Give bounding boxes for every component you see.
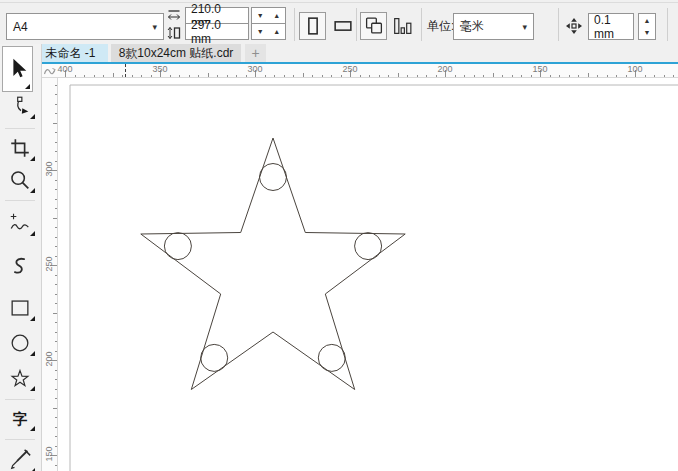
page-width-spinner[interactable]: ▼ ▲ — [251, 7, 286, 24]
point-circle[interactable] — [201, 344, 228, 371]
units-value: 毫米 — [460, 18, 484, 35]
page-width-icon — [167, 8, 181, 22]
ruler-label: 200 — [433, 64, 457, 74]
page-height-icon — [167, 26, 181, 40]
tool-rectangle[interactable] — [3, 293, 37, 323]
same-page-size-button[interactable] — [360, 12, 387, 40]
shape-icon — [8, 94, 32, 118]
units-label: 单位: — [427, 13, 454, 40]
canvas[interactable] — [58, 78, 678, 471]
ruler-label: 250 — [44, 252, 54, 276]
separator — [5, 200, 35, 201]
separator — [5, 128, 35, 129]
tool-pick[interactable] — [2, 46, 33, 92]
crop-icon — [8, 136, 32, 160]
tool-freehand[interactable] — [3, 208, 37, 238]
separator — [667, 8, 668, 41]
nudge-distance-field[interactable]: 0.1 mm — [588, 13, 634, 40]
page-height-value: 297.0 mm — [191, 18, 243, 46]
flyout-indicator — [30, 231, 35, 236]
point-circle[interactable] — [355, 233, 382, 260]
tool-ellipse[interactable] — [3, 328, 37, 358]
chevron-down-icon: ▾ — [522, 22, 527, 32]
spin-down-icon[interactable]: ▼ — [257, 28, 264, 35]
zoom-icon — [8, 168, 32, 192]
portrait-icon — [301, 14, 325, 38]
ruler-label: 100 — [623, 64, 647, 74]
spin-up-icon[interactable]: ▲ — [273, 12, 280, 19]
flyout-indicator — [30, 386, 35, 391]
separator — [356, 8, 357, 41]
flyout-indicator — [30, 351, 35, 356]
ruler-label: 300 — [243, 64, 267, 74]
landscape-icon — [331, 14, 355, 38]
separator — [5, 399, 35, 400]
tool-zoom[interactable] — [3, 165, 37, 195]
ellipse-icon — [8, 331, 32, 355]
rectangle-icon — [8, 296, 32, 320]
ruler-label: 150 — [44, 442, 54, 466]
tool-text[interactable]: 字 — [3, 403, 37, 433]
text-icon: 字 — [8, 406, 32, 430]
separator — [294, 8, 295, 41]
ruler-label: 150 — [528, 64, 552, 74]
separator — [421, 8, 422, 41]
svg-text:字: 字 — [13, 411, 28, 427]
nudge-distance-value: 0.1 mm — [594, 13, 628, 41]
point-circle[interactable] — [318, 344, 345, 371]
page-height-spinner[interactable]: ▼ ▲ — [251, 23, 286, 40]
flyout-indicator — [30, 426, 35, 431]
coreldraw-window: A4 ▾ 210.0 mm 297.0 mm ▼ ▲ ▼ ▲ 单位: 毫米 ▾ — [0, 0, 678, 471]
tab-sticker-file[interactable]: 8款10x24cm 贴纸.cdr — [111, 44, 241, 62]
freehand-icon — [8, 211, 32, 235]
separator — [558, 8, 559, 41]
horizontal-ruler[interactable]: 400350300250200150100 — [58, 64, 678, 78]
toolbox: 字 — [0, 44, 42, 471]
flyout-indicator — [30, 316, 35, 321]
tool-artistic-media[interactable] — [3, 252, 37, 282]
spin-up-icon[interactable]: ▲ — [273, 28, 280, 35]
spin-up-icon[interactable]: ▲ — [644, 17, 651, 24]
ruler-label: 200 — [44, 347, 54, 371]
tool-eyedropper[interactable] — [3, 445, 37, 471]
polygon-star-icon — [8, 366, 32, 390]
star-shape[interactable] — [141, 138, 405, 390]
pick-icon — [6, 57, 30, 81]
separator — [5, 439, 35, 440]
artistic-media-icon — [8, 255, 32, 279]
tool-polygon-star[interactable] — [3, 363, 37, 393]
spin-down-icon[interactable]: ▼ — [257, 12, 264, 19]
separator — [0, 2, 678, 3]
tool-crop[interactable] — [3, 133, 37, 163]
point-circle[interactable] — [260, 164, 287, 191]
ruler-label: 400 — [53, 64, 77, 74]
overlapping-pages-icon — [362, 14, 386, 38]
chevron-down-icon: ▾ — [152, 22, 157, 32]
page-bars-icon — [391, 14, 415, 38]
tab-untitled-1[interactable]: 未命名 -1 — [33, 44, 108, 62]
nudge-offset-icon — [565, 17, 583, 35]
eyedropper-icon — [8, 448, 32, 471]
tool-shape[interactable] — [3, 91, 37, 121]
spin-down-icon[interactable]: ▼ — [644, 29, 651, 36]
ruler-label: 300 — [44, 157, 54, 181]
per-page-size-button[interactable] — [390, 12, 415, 40]
flyout-indicator — [30, 156, 35, 161]
units-dropdown[interactable]: 毫米 ▾ — [453, 13, 534, 40]
flyout-indicator — [30, 188, 35, 193]
page-size-preset-value: A4 — [13, 20, 28, 34]
flyout-indicator — [30, 114, 35, 119]
vertical-ruler[interactable]: 300250200150 — [42, 78, 58, 471]
page-size-preset-dropdown[interactable]: A4 ▾ — [6, 13, 164, 40]
new-tab-button[interactable]: + — [245, 44, 266, 62]
point-circle[interactable] — [164, 233, 191, 260]
ruler-label: 350 — [148, 64, 172, 74]
page-height-field[interactable]: 297.0 mm — [185, 23, 249, 40]
landscape-orientation-button[interactable] — [330, 12, 356, 40]
ruler-label: 250 — [338, 64, 362, 74]
ruler-cursor-mark — [125, 64, 126, 77]
nudge-spinner[interactable]: ▲ ▼ — [638, 13, 656, 40]
flyout-indicator — [25, 84, 30, 89]
portrait-orientation-button[interactable] — [299, 12, 326, 40]
